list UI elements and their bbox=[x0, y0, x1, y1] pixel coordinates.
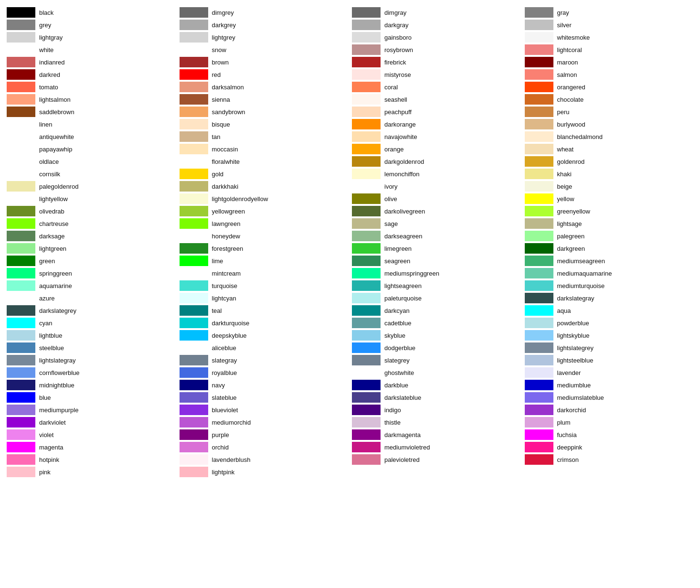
color-label: coral bbox=[384, 84, 398, 91]
color-item: darkslateblue bbox=[352, 392, 521, 403]
color-item: brown bbox=[180, 56, 349, 68]
color-label: dodgerblue bbox=[384, 344, 415, 352]
color-label: darkolivegreen bbox=[384, 208, 425, 215]
color-item: antiquewhite bbox=[7, 131, 176, 142]
color-label: sienna bbox=[212, 96, 230, 103]
color-label: palegoldenrod bbox=[39, 183, 78, 190]
color-item: darkslategrey bbox=[7, 305, 176, 316]
color-item: darkseagreen bbox=[352, 230, 521, 242]
color-label: khaki bbox=[557, 171, 572, 178]
color-label: ghostwhite bbox=[384, 369, 414, 376]
color-item: yellow bbox=[525, 193, 694, 204]
color-swatch bbox=[7, 467, 35, 477]
color-item: mediumspringgreen bbox=[352, 267, 521, 279]
color-label: lightsage bbox=[557, 220, 582, 227]
color-item: lightsalmon bbox=[7, 94, 176, 105]
color-item: blanchedalmond bbox=[525, 131, 694, 142]
color-swatch bbox=[7, 218, 35, 229]
color-swatch bbox=[7, 355, 35, 365]
color-swatch bbox=[180, 256, 208, 266]
color-swatch bbox=[7, 206, 35, 216]
color-label: peachpuff bbox=[384, 108, 412, 116]
color-item: red bbox=[180, 69, 349, 80]
color-swatch bbox=[180, 231, 208, 241]
color-swatch bbox=[180, 32, 208, 43]
color-item: black bbox=[7, 7, 176, 18]
color-label: gold bbox=[212, 171, 224, 178]
color-label: navajowhite bbox=[384, 133, 417, 140]
color-item: saddlebrown bbox=[7, 106, 176, 118]
color-label: sandybrown bbox=[212, 108, 245, 116]
color-item: darkgrey bbox=[180, 19, 349, 31]
color-swatch bbox=[7, 231, 35, 241]
color-label: black bbox=[39, 9, 53, 16]
color-swatch bbox=[352, 44, 381, 55]
color-swatch bbox=[525, 405, 553, 415]
color-item: darkorange bbox=[352, 118, 521, 130]
color-item: lightcoral bbox=[525, 44, 694, 55]
color-label: lightgrey bbox=[212, 34, 235, 41]
color-swatch bbox=[7, 7, 35, 18]
color-swatch bbox=[180, 181, 208, 192]
color-swatch bbox=[180, 330, 208, 341]
color-label: gainsboro bbox=[384, 34, 412, 41]
color-swatch bbox=[7, 256, 35, 266]
color-swatch bbox=[352, 268, 381, 278]
color-item: ivory bbox=[352, 181, 521, 192]
color-label: olivedrab bbox=[39, 208, 64, 215]
color-label: honeydew bbox=[212, 233, 240, 240]
color-label: mediumturquoise bbox=[557, 282, 605, 289]
color-swatch bbox=[180, 280, 208, 291]
color-label: slategrey bbox=[384, 357, 410, 364]
color-label: skyblue bbox=[384, 332, 405, 339]
color-label: midnightblue bbox=[39, 382, 74, 389]
color-item: lightslategrey bbox=[525, 342, 694, 353]
color-item: cornsilk bbox=[7, 168, 176, 180]
color-label: darkslateblue bbox=[384, 394, 421, 401]
color-label: floralwhite bbox=[212, 158, 240, 165]
color-item: lightseagreen bbox=[352, 280, 521, 291]
color-item: lime bbox=[180, 255, 349, 267]
color-item: tomato bbox=[7, 81, 176, 93]
color-label: palevioletred bbox=[384, 456, 420, 463]
color-swatch bbox=[352, 442, 381, 452]
color-item: skyblue bbox=[352, 330, 521, 341]
color-item: mediumaquamarine bbox=[525, 267, 694, 279]
color-swatch bbox=[352, 293, 381, 303]
color-label: darkgreen bbox=[557, 245, 585, 252]
color-swatch bbox=[7, 392, 35, 403]
color-swatch bbox=[180, 442, 208, 452]
color-swatch bbox=[525, 231, 553, 241]
color-label: whitesmoke bbox=[557, 34, 590, 41]
color-label: navy bbox=[212, 382, 225, 389]
color-item: palegoldenrod bbox=[7, 181, 176, 192]
color-item: hotpink bbox=[7, 454, 176, 465]
color-item: paleturquoise bbox=[352, 292, 521, 304]
color-label: lavender bbox=[557, 369, 581, 376]
color-label: plum bbox=[557, 419, 571, 426]
color-label: lightsteelblue bbox=[557, 357, 594, 364]
color-swatch bbox=[352, 243, 381, 254]
color-swatch bbox=[180, 367, 208, 378]
color-swatch bbox=[525, 144, 553, 154]
color-swatch bbox=[352, 405, 381, 415]
color-item: blueviolet bbox=[180, 404, 349, 416]
color-item: darkorchid bbox=[525, 404, 694, 416]
color-item: oldlace bbox=[7, 156, 176, 167]
color-label: mediumblue bbox=[557, 382, 591, 389]
color-swatch bbox=[352, 218, 381, 229]
color-item: indianred bbox=[7, 56, 176, 68]
color-swatch bbox=[7, 268, 35, 278]
color-swatch bbox=[7, 442, 35, 452]
color-label: thistle bbox=[384, 419, 401, 426]
color-label: lime bbox=[212, 257, 223, 265]
color-item: navajowhite bbox=[352, 131, 521, 142]
color-label: mediumpurple bbox=[39, 406, 78, 414]
color-item: mediumblue bbox=[525, 379, 694, 391]
color-item: cornflowerblue bbox=[7, 367, 176, 378]
color-swatch bbox=[7, 429, 35, 440]
color-label: orangered bbox=[557, 84, 585, 91]
color-swatch bbox=[525, 218, 553, 229]
color-item: silver bbox=[525, 19, 694, 31]
color-item: goldenrod bbox=[525, 156, 694, 167]
